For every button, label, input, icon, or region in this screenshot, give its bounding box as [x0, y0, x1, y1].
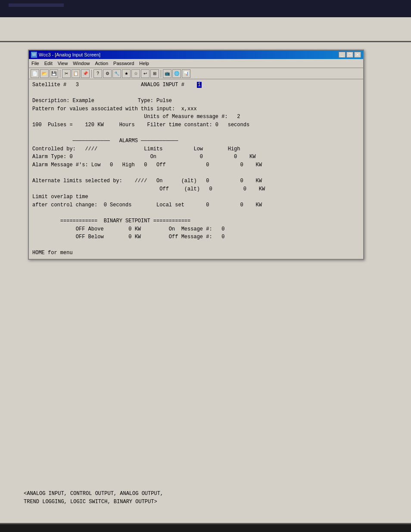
toolbar-monitor[interactable]: 📺	[163, 69, 171, 78]
window-icon: W	[31, 52, 37, 58]
toolbar-btn6[interactable]: ★	[122, 69, 131, 78]
toolbar-btn8[interactable]: ↩	[141, 69, 149, 78]
toolbar-btn4[interactable]: ⚙	[103, 69, 112, 78]
line-after-control: after control change: 0 Seconds Local se…	[32, 201, 360, 209]
menubar: File Edit View Window Action Password He…	[29, 59, 363, 68]
top-title	[9, 3, 64, 7]
toolbar-save[interactable]: 💾	[50, 69, 58, 78]
line-units: Units of Measure message #: 2	[32, 113, 360, 121]
close-button[interactable]: ✕	[354, 52, 361, 58]
line-blank4	[32, 209, 360, 218]
bottom-line1: <ANALOG INPUT, CONTROL OUTPUT, ANALOG OU…	[24, 490, 163, 498]
divider-top	[0, 41, 411, 42]
line-blank2	[32, 129, 360, 137]
line-binary-header: ============ BINARY SETPOINT ===========…	[32, 217, 360, 225]
top-bar	[0, 0, 411, 17]
line-limit-overlap: Limit overlap time	[32, 193, 360, 201]
line-limits-header: Controlled by: //// Limits Low High	[32, 145, 360, 153]
menu-action[interactable]: Action	[92, 60, 111, 67]
line-alarm-type: Alarm Type: 0 On 0 0 KW	[32, 153, 360, 161]
line-blank1	[32, 89, 360, 97]
menu-view[interactable]: View	[55, 60, 71, 67]
line-pattern: Pattern for values associated with this …	[32, 105, 360, 113]
line-satellite: Satellite # 3 ANALOG INPUT # 1	[32, 81, 360, 89]
menu-edit[interactable]: Edit	[42, 60, 55, 67]
app-window: W Wcc3 - [Analog Input Screen] _ ❐ ✕ Fil…	[28, 50, 364, 260]
line-description: Description: Example Type: Pulse	[32, 97, 360, 105]
line-blank5	[32, 241, 360, 249]
toolbar-sep2	[91, 70, 92, 78]
toolbar-btn3[interactable]: ?	[93, 69, 102, 78]
toolbar-btn7[interactable]: ☆	[131, 69, 140, 78]
line-alt-limits: Alternate limits selected by: //// On (a…	[32, 177, 360, 185]
line-blank3	[32, 169, 360, 177]
toolbar-copy[interactable]: 📋	[72, 69, 80, 78]
menu-file[interactable]: File	[29, 60, 42, 67]
bottom-bar	[0, 524, 411, 532]
toolbar-paste[interactable]: 📌	[81, 69, 90, 78]
toolbar-sep3	[161, 70, 161, 78]
line-alarm-msg: Alarm Message #'s: Low 0 High 0 Off 0 0 …	[32, 161, 360, 169]
restore-button[interactable]: ❐	[346, 52, 353, 58]
toolbar-btn9[interactable]: ⊞	[150, 69, 159, 78]
line-off-above: OFF Above 0 KW On Message #: 0	[32, 225, 360, 233]
bottom-line2: TREND LOGGING, LOGIC SWITCH, BINARY OUTP…	[24, 498, 163, 506]
line-off-below: OFF Below 0 KW Off Message #: 0	[32, 233, 360, 241]
minimize-button[interactable]: _	[339, 52, 346, 58]
content-area: Satellite # 3 ANALOG INPUT # 1 Descripti…	[29, 79, 363, 259]
toolbar-network[interactable]: 🌐	[172, 69, 181, 78]
menu-window[interactable]: Window	[70, 60, 92, 67]
toolbar-sep1	[60, 70, 60, 78]
line-home: HOME for menu	[32, 249, 360, 257]
menu-password[interactable]: Password	[111, 60, 137, 67]
window-title-text: Wcc3 - [Analog Input Screen]	[39, 52, 100, 57]
menu-help[interactable]: Help	[137, 60, 152, 67]
line-alt-off: Off (alt) 0 0 KW	[32, 185, 360, 193]
toolbar-stats[interactable]: 📊	[182, 69, 190, 78]
toolbar-btn5[interactable]: 🔧	[112, 69, 121, 78]
line-alarms-header: ———————————— ALARMS ————————————	[32, 137, 360, 145]
window-titlebar: W Wcc3 - [Analog Input Screen] _ ❐ ✕	[29, 50, 363, 59]
window-controls[interactable]: _ ❐ ✕	[339, 52, 361, 58]
toolbar-cut[interactable]: ✂	[62, 69, 71, 78]
toolbar-new[interactable]: 📄	[31, 69, 39, 78]
analog-input-value[interactable]: 1	[197, 82, 202, 88]
window-title-area: W Wcc3 - [Analog Input Screen]	[31, 52, 100, 58]
line-pulses: 100 Pulses = 120 KW Hours Filter time co…	[32, 121, 360, 129]
toolbar: 📄 📂 💾 ✂ 📋 📌 ? ⚙ 🔧 ★ ☆ ↩ ⊞ 📺 🌐 📊	[29, 68, 363, 79]
bottom-text-area: <ANALOG INPUT, CONTROL OUTPUT, ANALOG OU…	[24, 490, 163, 506]
toolbar-open[interactable]: 📂	[40, 69, 49, 78]
